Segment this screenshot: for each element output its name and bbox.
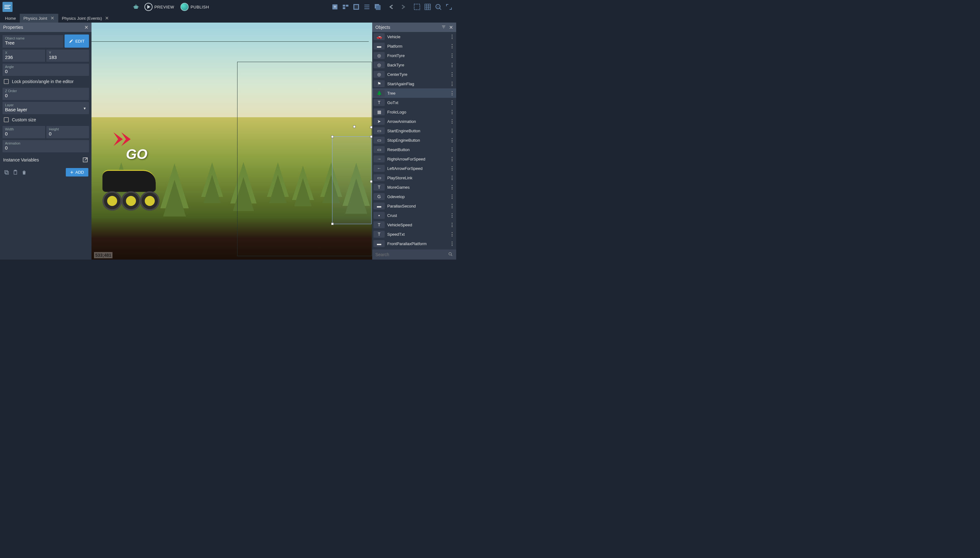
more-icon[interactable]: ⋮ (450, 222, 454, 228)
more-icon[interactable]: ⋮ (450, 34, 454, 40)
object-item[interactable]: ➤ArrowAnimation⋮ (372, 117, 456, 126)
more-icon[interactable]: ⋮ (450, 184, 454, 190)
customsize-checkbox[interactable] (4, 117, 9, 122)
object-item[interactable]: TGoTxt⋮ (372, 98, 456, 107)
more-icon[interactable]: ⋮ (450, 71, 454, 77)
object-item[interactable]: ◎FrontTyre⋮ (372, 51, 456, 60)
properties-icon[interactable] (362, 2, 371, 11)
more-icon[interactable]: ⋮ (450, 166, 454, 171)
object-name: StartEngineButton (387, 128, 447, 133)
object-item[interactable]: ▭StartEngineButton⋮ (372, 126, 456, 135)
search-icon[interactable] (448, 252, 453, 258)
more-icon[interactable]: ⋮ (450, 241, 454, 247)
add-object-icon[interactable]: + (330, 2, 340, 11)
object-thumb: T (373, 231, 385, 238)
object-item[interactable]: ▪Crust⋮ (372, 211, 456, 220)
toggle-grid-icon[interactable] (423, 2, 432, 11)
more-icon[interactable]: ⋮ (450, 109, 454, 115)
debug-icon[interactable] (131, 2, 141, 11)
more-icon[interactable]: ⋮ (450, 175, 454, 181)
object-item[interactable]: ▦FrolicLogo⋮ (372, 107, 456, 117)
width-label: Width (5, 127, 43, 131)
close-icon[interactable]: ✕ (51, 15, 54, 21)
main-menu-icon[interactable] (3, 2, 13, 12)
filter-icon[interactable] (442, 25, 446, 30)
preview-button[interactable]: PREVIEW (142, 2, 177, 12)
angle-field[interactable] (5, 69, 87, 74)
delete-icon[interactable] (21, 169, 28, 176)
object-name: StartAgainFlag (387, 82, 447, 86)
x-field[interactable] (5, 54, 43, 60)
object-item[interactable]: ⚑StartAgainFlag⋮ (372, 79, 456, 89)
tab-physics-joint[interactable]: Physics Joint✕ (20, 14, 58, 23)
object-name: StopEngineButton (387, 138, 447, 143)
more-icon[interactable]: ⋮ (450, 137, 454, 143)
paste-icon[interactable] (12, 169, 19, 176)
object-item[interactable]: ←LeftArrowForSpeed⋮ (372, 164, 456, 173)
object-item[interactable]: ▭StopEngineButton⋮ (372, 135, 456, 145)
object-thumb: ▭ (373, 174, 385, 181)
more-icon[interactable]: ⋮ (450, 43, 454, 49)
more-icon[interactable]: ⋮ (450, 53, 454, 59)
play-icon (144, 3, 152, 11)
more-icon[interactable]: ⋮ (450, 128, 454, 134)
object-item[interactable]: TMoreGames⋮ (372, 182, 456, 192)
object-item[interactable]: ▭ResetButton⋮ (372, 145, 456, 154)
tab-home[interactable]: Home (1, 14, 20, 23)
search-input[interactable] (375, 252, 445, 257)
object-item[interactable]: GGdevelop⋮ (372, 192, 456, 201)
fullscreen-icon[interactable] (444, 2, 454, 11)
more-icon[interactable]: ⋮ (450, 62, 454, 68)
svg-rect-8 (346, 5, 348, 7)
animation-field[interactable] (5, 145, 87, 151)
groups-icon[interactable] (352, 2, 361, 11)
object-item[interactable]: ▬Platform⋮ (372, 41, 456, 51)
object-thumb: ◎ (373, 71, 385, 78)
more-icon[interactable]: ⋮ (450, 100, 454, 106)
redo-icon[interactable] (398, 2, 407, 11)
close-icon[interactable]: ✕ (449, 25, 453, 30)
more-icon[interactable]: ⋮ (450, 203, 454, 209)
object-item[interactable]: TSpeedTxt⋮ (372, 230, 456, 239)
more-icon[interactable]: ⋮ (450, 213, 454, 218)
more-icon[interactable]: ⋮ (450, 147, 454, 153)
object-item[interactable]: ◎BackTyre⋮ (372, 60, 456, 70)
object-item[interactable]: 🚗Vehicle⋮ (372, 32, 456, 41)
object-item[interactable]: ◎CenterTyre⋮ (372, 70, 456, 79)
object-item[interactable]: ▬ParallaxSecond⋮ (372, 201, 456, 211)
publish-button[interactable]: PUBLISH (178, 2, 211, 12)
object-item[interactable]: 🌲Tree⋮ (372, 89, 456, 98)
more-icon[interactable]: ⋮ (450, 118, 454, 125)
edit-button[interactable]: EDIT (65, 34, 89, 48)
more-icon[interactable]: ⋮ (450, 231, 454, 237)
copy-icon[interactable] (3, 169, 10, 176)
zorder-field[interactable] (5, 93, 87, 98)
height-field[interactable] (49, 131, 87, 136)
more-icon[interactable]: ⋮ (450, 194, 454, 200)
more-icon[interactable]: ⋮ (450, 81, 454, 87)
layer-select[interactable]: LayerBase layer▾ (3, 101, 89, 114)
more-icon[interactable]: ⋮ (450, 90, 454, 96)
object-name-field[interactable] (5, 40, 61, 46)
undo-icon[interactable] (387, 2, 397, 11)
zoom-reset-icon[interactable]: 1:1 (434, 2, 443, 11)
y-field[interactable] (49, 54, 87, 60)
object-item[interactable]: TVehicleSpeed⋮ (372, 220, 456, 230)
lock-checkbox[interactable] (4, 79, 9, 84)
properties-title: Properties (3, 25, 23, 30)
toggle-mask-icon[interactable] (412, 2, 422, 11)
open-external-icon[interactable] (82, 157, 88, 163)
layers-icon[interactable] (373, 2, 382, 11)
object-item[interactable]: ▭PlayStoreLink⋮ (372, 173, 456, 182)
more-icon[interactable]: ⋮ (450, 156, 454, 162)
objects-panel-icon[interactable] (341, 2, 350, 11)
topbar: PREVIEW PUBLISH + 1:1 (0, 0, 456, 14)
close-icon[interactable]: ✕ (84, 25, 88, 30)
object-item[interactable]: →RightArrowForSpeed⋮ (372, 154, 456, 164)
add-button[interactable]: +ADD (66, 168, 88, 177)
object-item[interactable]: ▬FrontParallaxPlatform⋮ (372, 239, 456, 248)
tab-physics-joint-events[interactable]: Physics Joint (Events)✕ (58, 14, 113, 23)
close-icon[interactable]: ✕ (105, 15, 109, 21)
scene-canvas[interactable]: GO 533;481 (92, 23, 372, 259)
width-field[interactable] (5, 131, 43, 136)
